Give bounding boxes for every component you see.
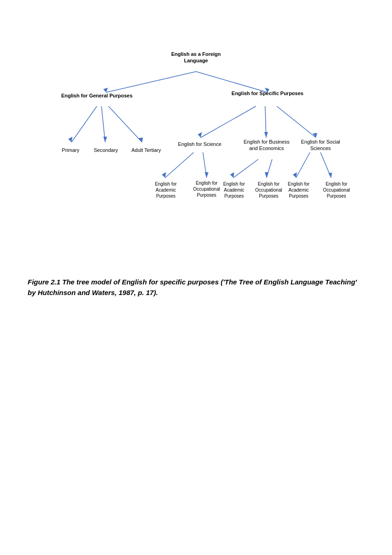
node-science-academic: English forAcademicPurposes — [148, 181, 183, 199]
svg-marker-25 — [293, 172, 297, 178]
diagram-container: English as a ForeignLanguage English for… — [0, 0, 392, 268]
node-egp: English for General Purposes — [60, 92, 134, 99]
node-science-occupational-label: English forOccupationalPurposes — [193, 181, 220, 198]
svg-line-6 — [101, 106, 105, 142]
node-social: English for SocialSciences — [297, 139, 344, 152]
node-primary: Primary — [54, 147, 87, 153]
node-science: English for Science — [177, 141, 223, 147]
svg-marker-9 — [138, 138, 143, 142]
svg-line-4 — [71, 106, 97, 142]
node-adult-tertiary-label: Adult Tertiary — [131, 147, 161, 153]
node-business-occupational: English forOccupationalPurposes — [251, 181, 286, 199]
svg-line-0 — [106, 72, 196, 92]
node-business-occupational-label: English forOccupationalPurposes — [255, 181, 282, 199]
node-social-academic-label: English forAcademicPurposes — [288, 181, 309, 199]
node-secondary-label: Secondary — [94, 147, 118, 153]
svg-marker-21 — [230, 172, 234, 178]
node-esp-label: English for Specific Purposes — [232, 90, 303, 96]
node-social-occupational-label: English forOccupationalPurposes — [323, 181, 350, 199]
svg-line-8 — [108, 106, 142, 142]
node-primary-label: Primary — [62, 147, 79, 153]
node-science-academic-label: English forAcademicPurposes — [155, 181, 177, 199]
node-business-academic-label: English forAcademicPurposes — [223, 181, 245, 199]
node-esp: English for Specific Purposes — [226, 90, 309, 97]
node-root-label: English as a ForeignLanguage — [171, 51, 221, 63]
svg-marker-17 — [162, 172, 166, 178]
svg-marker-19 — [205, 172, 208, 178]
node-science-label: English for Science — [178, 141, 221, 147]
svg-line-24 — [296, 152, 310, 178]
svg-line-26 — [321, 152, 331, 178]
node-root: English as a ForeignLanguage — [164, 51, 228, 64]
node-social-occupational: English forOccupationalPurposes — [319, 181, 354, 199]
node-social-academic: English forAcademicPurposes — [281, 181, 316, 199]
node-business: English for Businessand Economics — [244, 139, 290, 152]
figure-caption: Figure 2.1 The tree model of English for… — [28, 277, 364, 298]
svg-marker-27 — [328, 173, 332, 178]
svg-marker-1 — [103, 88, 108, 92]
svg-line-12 — [265, 106, 266, 138]
caption-text: Figure 2.1 The tree model of English for… — [28, 278, 357, 296]
svg-marker-7 — [103, 137, 107, 142]
svg-line-2 — [196, 72, 267, 92]
svg-marker-5 — [68, 137, 72, 142]
node-business-label: English for Businessand Economics — [244, 139, 290, 151]
svg-marker-13 — [264, 132, 268, 138]
svg-line-16 — [165, 152, 194, 178]
node-business-academic: English forAcademicPurposes — [217, 181, 251, 199]
svg-line-22 — [267, 159, 272, 178]
node-social-label: English for SocialSciences — [301, 139, 340, 151]
diagram-lines — [0, 0, 392, 268]
svg-line-20 — [233, 159, 258, 178]
node-secondary: Secondary — [89, 147, 123, 153]
node-adult-tertiary: Adult Tertiary — [128, 147, 165, 153]
svg-line-18 — [203, 152, 207, 178]
svg-marker-15 — [313, 133, 317, 138]
node-egp-label: English for General Purposes — [61, 93, 133, 98]
svg-line-10 — [201, 106, 256, 138]
svg-marker-23 — [265, 172, 268, 178]
svg-line-14 — [277, 106, 316, 138]
svg-marker-11 — [198, 132, 202, 138]
